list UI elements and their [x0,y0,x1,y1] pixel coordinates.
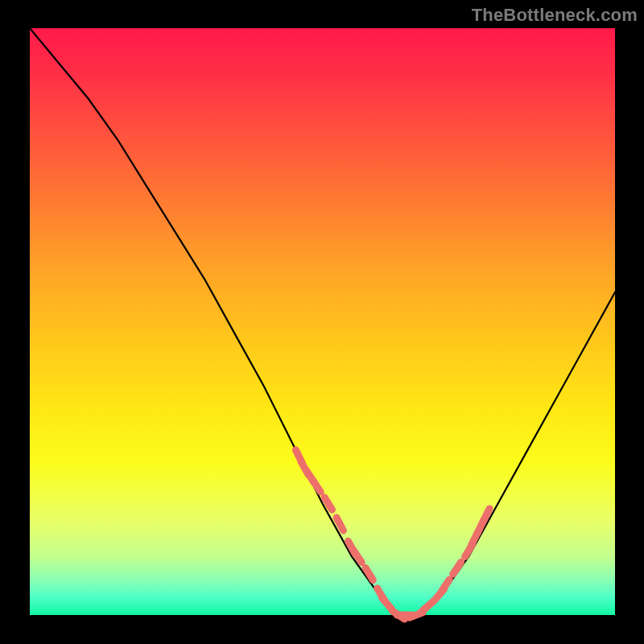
chart-frame: TheBottleneck.com [0,0,644,644]
attribution-label: TheBottleneck.com [472,5,638,26]
plot-gradient-background [30,28,615,615]
